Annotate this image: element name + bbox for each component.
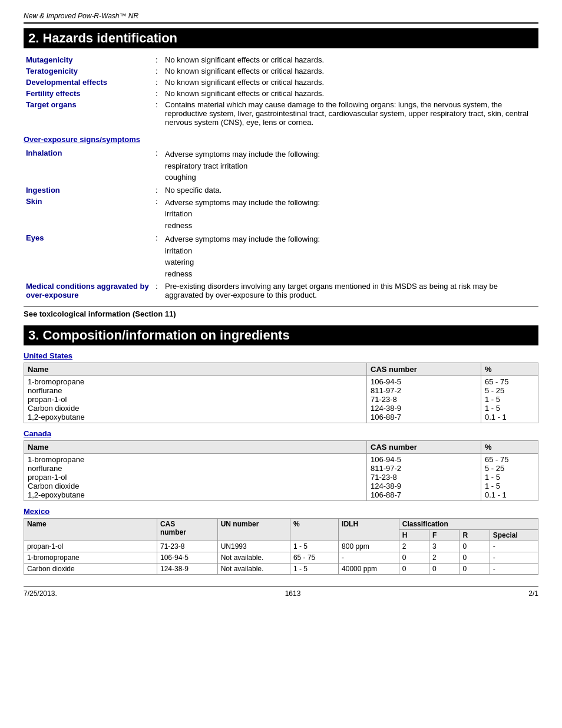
mexico-special-header: Special — [490, 530, 538, 541]
mexico-idlh-2: - — [339, 552, 399, 564]
table-row: Ingestion : No specific data. — [24, 185, 538, 196]
table-row: Teratogenicity : No known significant ef… — [24, 65, 538, 77]
fertility-label: Fertility effects — [24, 88, 153, 99]
us-name-1: 1-bromopropanenorfluranepropan-1-olCarbo… — [24, 376, 367, 423]
footer-page-num: 1613 — [285, 589, 301, 598]
mexico-pct-2: 65 - 75 — [290, 552, 338, 564]
canada-cas-header: CAS number — [367, 441, 481, 454]
mexico-h-2: 0 — [399, 552, 429, 564]
canada-pct-1: 65 - 755 - 251 - 51 - 50.1 - 1 — [481, 454, 538, 501]
hazard-properties-table: Mutagenicity : No known significant effe… — [24, 54, 538, 128]
footer-page-ref: 2/1 — [528, 589, 538, 598]
table-row: Developmental effects : No known signifi… — [24, 77, 538, 88]
medical-conditions-value: Pre-existing disorders involving any tar… — [163, 281, 538, 301]
mexico-f-3: 0 — [429, 564, 459, 575]
canada-name-header: Name — [24, 441, 367, 454]
eyes-label: Eyes — [24, 232, 153, 281]
developmental-label: Developmental effects — [24, 77, 153, 88]
table-row: 1-bromopropane 106-94-5 Not available. 6… — [24, 552, 538, 564]
us-composition-table: Name CAS number % 1-bromopropanenorflura… — [24, 363, 538, 423]
mexico-pct-header: % — [290, 519, 338, 541]
overexposure-subtitle: Over-exposure signs/symptoms — [24, 135, 538, 144]
table-header-row: Name CAS number % — [24, 441, 538, 454]
inhalation-label: Inhalation — [24, 147, 153, 185]
mexico-cas-header: CASnumber — [157, 519, 217, 541]
table-row: Target organs : Contains material which … — [24, 99, 538, 128]
mexico-r-3: 0 — [459, 564, 490, 575]
mexico-pct-1: 1 - 5 — [290, 541, 338, 552]
section3-title: 3. Composition/information on ingredient… — [24, 325, 538, 345]
canada-pct-header: % — [481, 441, 538, 454]
mexico-un-3: Not available. — [217, 564, 290, 575]
table-header-row: Name CASnumber UN number % IDLH Classifi… — [24, 519, 538, 530]
section2-title: 2. Hazards identification — [24, 28, 538, 48]
canada-cas-1: 106-94-5811-97-271-23-8124-38-9106-88-7 — [367, 454, 481, 501]
exposure-symptoms-table: Inhalation : Adverse symptoms may includ… — [24, 147, 538, 301]
table-row: Eyes : Adverse symptoms may include the … — [24, 232, 538, 281]
mexico-r-header: R — [459, 530, 490, 541]
us-pct-1: 65 - 755 - 251 - 51 - 50.1 - 1 — [481, 376, 538, 423]
mexico-un-header: UN number — [217, 519, 290, 541]
mexico-special-1: - — [490, 541, 538, 552]
table-row: 1-bromopropanenorfluranepropan-1-olCarbo… — [24, 454, 538, 501]
mexico-name-2: 1-bromopropane — [24, 552, 157, 564]
mexico-idlh-1: 800 ppm — [339, 541, 399, 552]
mexico-pct-3: 1 - 5 — [290, 564, 338, 575]
us-region-title: United States — [24, 351, 538, 360]
table-row: propan-1-ol 71-23-8 UN1993 1 - 5 800 ppm… — [24, 541, 538, 552]
mexico-un-1: UN1993 — [217, 541, 290, 552]
canada-region-title: Canada — [24, 429, 538, 438]
mexico-r-2: 0 — [459, 552, 490, 564]
mexico-r-1: 0 — [459, 541, 490, 552]
mexico-special-3: - — [490, 564, 538, 575]
mexico-region-title: Mexico — [24, 507, 538, 516]
mexico-h-3: 0 — [399, 564, 429, 575]
section3: 3. Composition/information on ingredient… — [24, 325, 538, 575]
mutagenicity-value: No known significant effects or critical… — [163, 54, 538, 65]
eyes-value: Adverse symptoms may include the followi… — [163, 232, 538, 281]
table-row: Skin : Adverse symptoms may include the … — [24, 196, 538, 233]
mexico-special-2: - — [490, 552, 538, 564]
us-cas-header: CAS number — [367, 363, 481, 376]
table-row: Inhalation : Adverse symptoms may includ… — [24, 147, 538, 185]
mexico-classification-header: Classification — [399, 519, 538, 530]
page-footer: 7/25/2013. 1613 2/1 — [24, 587, 538, 598]
table-row: Medical conditions aggravated by over-ex… — [24, 281, 538, 301]
inhalation-value: Adverse symptoms may include the followi… — [163, 147, 538, 185]
mexico-f-1: 3 — [429, 541, 459, 552]
table-row: 1-bromopropanenorfluranepropan-1-olCarbo… — [24, 376, 538, 423]
mexico-cas-1: 71-23-8 — [157, 541, 217, 552]
fertility-value: No known significant effects or critical… — [163, 88, 538, 99]
canada-name-1: 1-bromopropanenorfluranepropan-1-olCarbo… — [24, 454, 367, 501]
medical-conditions-label: Medical conditions aggravated by over-ex… — [24, 281, 153, 301]
mexico-idlh-header: IDLH — [339, 519, 399, 541]
page-header: New & Improved Pow-R-Wash™ NR — [24, 12, 538, 24]
see-toxicology: See toxicological information (Section 1… — [24, 307, 538, 318]
mexico-f-2: 2 — [429, 552, 459, 564]
mexico-h-1: 2 — [399, 541, 429, 552]
mexico-cas-3: 124-38-9 — [157, 564, 217, 575]
mexico-name-header: Name — [24, 519, 157, 541]
mexico-composition-table: Name CASnumber UN number % IDLH Classifi… — [24, 518, 538, 575]
skin-label: Skin — [24, 196, 153, 233]
target-organs-label: Target organs — [24, 99, 153, 128]
section2: 2. Hazards identification Mutagenicity :… — [24, 28, 538, 318]
footer-date: 7/25/2013. — [24, 589, 57, 598]
canada-composition-table: Name CAS number % 1-bromopropanenorflura… — [24, 440, 538, 501]
mutagenicity-label: Mutagenicity — [24, 54, 153, 65]
us-cas-1: 106-94-5811-97-271-23-8124-38-9106-88-7 — [367, 376, 481, 423]
us-pct-header: % — [481, 363, 538, 376]
mexico-cas-2: 106-94-5 — [157, 552, 217, 564]
table-row: Fertility effects : No known significant… — [24, 88, 538, 99]
skin-value: Adverse symptoms may include the followi… — [163, 196, 538, 233]
mexico-h-header: H — [399, 530, 429, 541]
ingestion-label: Ingestion — [24, 185, 153, 196]
table-row: Carbon dioxide 124-38-9 Not available. 1… — [24, 564, 538, 575]
product-name: New & Improved Pow-R-Wash™ NR — [24, 12, 138, 20]
mexico-f-header: F — [429, 530, 459, 541]
teratogenicity-label: Teratogenicity — [24, 65, 153, 77]
mexico-idlh-3: 40000 ppm — [339, 564, 399, 575]
us-name-header: Name — [24, 363, 367, 376]
mexico-name-1: propan-1-ol — [24, 541, 157, 552]
mexico-name-3: Carbon dioxide — [24, 564, 157, 575]
